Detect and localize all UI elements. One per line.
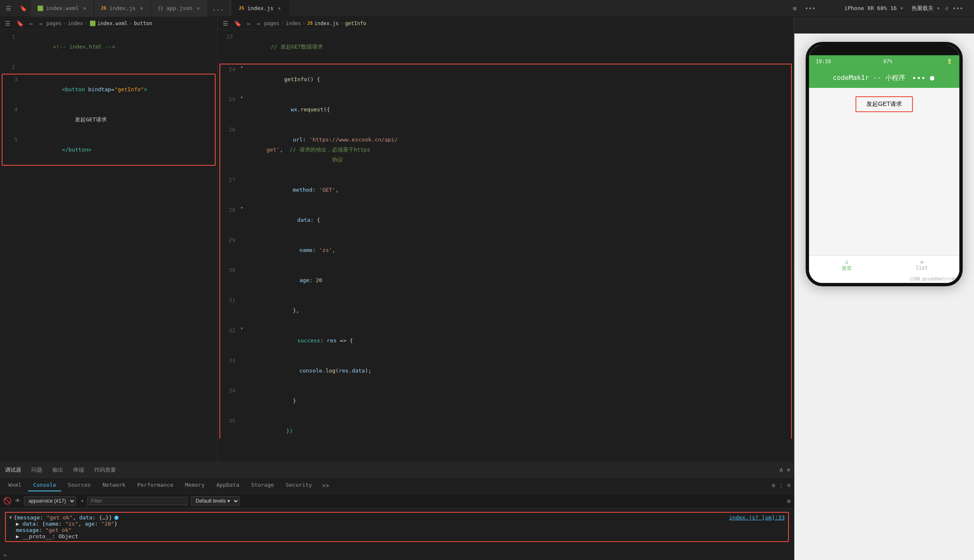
- left-nav-row: ☰ 🔖 ← → pages › index › 🟩 index.wxml › b…: [0, 17, 217, 30]
- tab-index-js-1-close[interactable]: ×: [138, 5, 145, 12]
- console-clear-icon[interactable]: 🚫: [3, 497, 12, 505]
- phone-get-button[interactable]: 发起GET请求: [855, 96, 913, 112]
- console-tab-performance[interactable]: Performance: [132, 479, 178, 491]
- log-proto-key: __proto__: [23, 533, 52, 539]
- debug-tab-quality[interactable]: 代码质量: [93, 464, 118, 476]
- right-nav-menu-icon[interactable]: ☰: [221, 19, 230, 28]
- line-content-5: </button>: [23, 135, 215, 165]
- tabs-more-button[interactable]: ...: [208, 4, 229, 12]
- toolbar-more-icon[interactable]: •••: [948, 5, 967, 12]
- log-data-age-val: "20": [101, 521, 114, 527]
- console-output: ▼ {message: "get ok", data: {…}} ▶ data:…: [0, 509, 794, 550]
- js-file-icon-active: JS: [238, 5, 245, 12]
- data-prop2: data: [352, 367, 365, 374]
- phone-content: 发起GET请求: [809, 88, 959, 255]
- console-tab-storage[interactable]: Storage: [246, 479, 279, 491]
- debug-tab-terminal[interactable]: 终端: [72, 464, 86, 476]
- phone-dots-icon[interactable]: •••: [912, 74, 926, 82]
- log-expand-proto-icon[interactable]: ▶: [16, 533, 19, 539]
- refresh-icon[interactable]: ↺: [945, 5, 948, 11]
- tab-app-json[interactable]: {} app.json ×: [151, 0, 208, 17]
- tab-index-js-active[interactable]: JS index.js ×: [232, 0, 289, 17]
- right-breadcrumb-file: index.js: [314, 21, 339, 26]
- console-tab-sources[interactable]: Sources: [63, 479, 96, 491]
- left-nav-forward-icon[interactable]: →: [37, 19, 44, 28]
- debug-close-row: ∧ ×: [779, 466, 791, 474]
- layout-toggle-icon[interactable]: ⊞: [788, 5, 800, 12]
- fold-icon-28[interactable]: ▾: [240, 205, 243, 211]
- tab-index-wxml[interactable]: 🟩 index.wxml ×: [31, 0, 94, 17]
- context-selector[interactable]: appservice (#17): [24, 496, 76, 506]
- fold-icon-32[interactable]: ▾: [240, 326, 243, 331]
- right-nav-back-icon[interactable]: ←: [245, 19, 252, 28]
- more-options-icon[interactable]: •••: [801, 5, 819, 12]
- log-blue-dot: [114, 516, 119, 520]
- phone-record-icon[interactable]: ⏺: [929, 74, 935, 82]
- line-content-4: 发起GET请求: [23, 105, 215, 135]
- log-location-link[interactable]: index.js? [sm]:33: [729, 514, 785, 521]
- console-overflow-icon[interactable]: ⋮: [778, 482, 784, 488]
- fold-icon-25[interactable]: ▾: [240, 95, 243, 100]
- code-line-31: 31 },: [220, 295, 791, 326]
- console-tab-bar: Wxml Console Sources Network Performance…: [0, 478, 794, 493]
- console-eye-icon[interactable]: 👁: [15, 498, 21, 504]
- wxml-inner-text: 发起GET请求: [62, 116, 107, 123]
- log-expand-icon[interactable]: ▼: [9, 515, 12, 520]
- log-message-line: message: "get ok": [9, 527, 729, 533]
- phone-nav-home[interactable]: ⌂ 首页: [809, 256, 884, 275]
- right-breadcrumb-getinfo: getInfo: [345, 21, 366, 26]
- left-breadcrumb-index: index: [68, 21, 83, 26]
- code-line-29: 29 name: 'zs',: [220, 235, 791, 265]
- phone-title-bar: codeMak1r -- 小程序 ••• ⏺: [809, 68, 959, 88]
- left-nav-bookmark-icon[interactable]: 🔖: [15, 19, 25, 28]
- tab-index-wxml-close[interactable]: ×: [81, 5, 88, 12]
- console-filter-input[interactable]: [87, 497, 188, 505]
- fold-icon-24[interactable]: ▾: [240, 64, 243, 70]
- right-nav-forward-icon[interactable]: →: [255, 19, 261, 28]
- left-breadcrumb-sep2: ›: [85, 21, 88, 26]
- device-selector[interactable]: iPhone XR 68% 16 ▾: [819, 5, 903, 11]
- code-line-28: 28 ▾ data: {: [220, 205, 791, 235]
- tab-index-js-active-label: index.js: [247, 5, 273, 11]
- method-value: 'GET': [319, 187, 335, 193]
- tab-index-js-1[interactable]: JS index.js ×: [94, 0, 151, 17]
- hot-reload-toggle[interactable]: 热重载关 ▾: [912, 5, 940, 12]
- right-code-area[interactable]: 23 // 发起GET数据请求 24 ▾ getInfo() { 25: [218, 30, 794, 439]
- console-tab-appdata[interactable]: AppData: [211, 479, 245, 491]
- line-content-33: console.log(res.data);: [240, 356, 791, 386]
- fn-paren: () {: [307, 76, 320, 82]
- bookmark-icon[interactable]: 🔖: [15, 5, 31, 12]
- console-tab-more[interactable]: >>: [319, 482, 332, 489]
- left-breadcrumb-file-icon: 🟩: [90, 21, 96, 26]
- panel-collapse-icon[interactable]: ∧: [779, 466, 783, 474]
- console-tab-network[interactable]: Network: [98, 479, 131, 491]
- log-main-line: ▼ {message: "get ok", data: {…}}: [9, 514, 729, 521]
- panel-close-icon[interactable]: ×: [786, 466, 791, 474]
- console-detach-icon[interactable]: ⊡: [787, 482, 791, 488]
- tab-app-json-close[interactable]: ×: [195, 5, 202, 12]
- console-tab-console[interactable]: Console: [28, 479, 61, 491]
- debug-tab-debugger[interactable]: 调试器: [3, 464, 23, 476]
- left-breadcrumb-button: button: [134, 21, 152, 26]
- hamburger-icon[interactable]: ☰: [2, 5, 15, 12]
- left-nav-menu-icon[interactable]: ☰: [3, 19, 12, 28]
- right-breadcrumb-sep2: ›: [302, 21, 305, 26]
- console-tab-security[interactable]: Security: [281, 479, 317, 491]
- age-value: 20: [316, 277, 322, 283]
- line-num-2: 2: [0, 62, 20, 72]
- tab-index-js-active-close[interactable]: ×: [276, 5, 283, 12]
- bottom-panel: 调试器 问题 输出 终端 代码质量 ∧ × Wxml Console Sourc…: [0, 462, 794, 560]
- debug-tab-output[interactable]: 输出: [51, 464, 65, 476]
- log-expand-data-icon[interactable]: ▶: [16, 521, 19, 527]
- left-nav-back-icon[interactable]: ←: [28, 19, 34, 28]
- right-nav-bookmark-icon[interactable]: 🔖: [232, 19, 243, 28]
- console-tab-wxml[interactable]: Wxml: [3, 479, 26, 491]
- levels-selector[interactable]: Default levels ▾: [191, 496, 240, 506]
- console-settings-btn[interactable]: ⚙: [787, 498, 791, 504]
- console-tab-memory[interactable]: Memory: [180, 479, 210, 491]
- context-dropdown-icon[interactable]: ▾: [81, 498, 84, 504]
- phone-nav-list[interactable]: ≡ list: [884, 256, 960, 275]
- debug-tab-issues[interactable]: 问题: [30, 464, 44, 476]
- code-line-23: 23 // 发起GET数据请求: [218, 32, 794, 62]
- console-settings-icon[interactable]: ⚙: [772, 482, 775, 488]
